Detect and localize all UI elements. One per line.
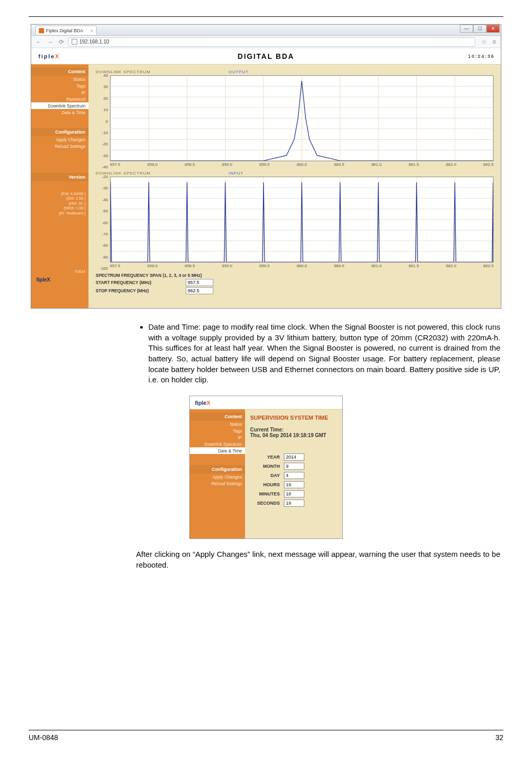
chart-input-yaxis: -20-30-40-50-60-70-80-90-100 [96,177,109,268]
sidebar-item-reload[interactable]: Reload Settings [190,480,245,487]
close-icon[interactable]: × [91,28,93,33]
freq-span-label: SPECTRUM FREQUENCY SPAN (1, 2, 3, 4 or 5… [96,273,202,278]
browser-titlebar: Fiplex Digital BDA × — ☐ ✕ [31,25,501,36]
minimize-button[interactable]: — [460,25,473,33]
current-time-label: Current Time: [250,427,337,432]
header-clock: 10:24:36 [468,54,495,59]
sidebar-item-ip[interactable]: IP [190,434,245,441]
page-footer: UM-0848 32 [29,730,503,742]
time-field-label: DAY [250,473,280,478]
time-field-input-seconds[interactable] [284,500,304,507]
after-paragraph: After clicking on “Apply Changes” link, … [136,549,500,570]
reload-icon[interactable]: ⟳ [57,37,66,47]
sidebar-item-status[interactable]: Status [31,76,88,82]
time-field-input-hours[interactable] [284,481,304,488]
time-field-label: SECONDS [250,501,280,506]
sidebar-item-ip[interactable]: IP [31,89,88,96]
app-header: fipleX DIGITAL BDA 10:24:36 [31,48,501,64]
chart-label-output-left: DOWNLINK SPECTRUM [96,70,229,74]
sidebar-item-apply[interactable]: Apply Changes [190,473,245,480]
bookmark-icon[interactable]: ☆ [480,38,487,46]
sidebar-item-password[interactable]: Password [31,96,88,102]
browser-toolbar: ← → ⟳ 192.168.1.10 ☆ ≡ [31,36,501,48]
sidebar-head-content: Content [31,68,88,76]
sidebar-item-date-time[interactable]: Date & Time [190,447,245,454]
chart-label-output: OUTPUT [229,70,249,74]
address-bar[interactable]: 192.168.1.10 [68,37,475,47]
chart-input-xaxis: 857.5858.0858.5859.0859.5860.0860.5861.0… [110,263,494,268]
chart-output-xaxis: 857.5858.0858.5859.0859.5860.0860.5861.0… [110,161,494,167]
sidebar-item-tags[interactable]: Tags [190,427,245,434]
spectrum-browser-screenshot: Fiplex Digital BDA × — ☐ ✕ ← → ⟳ 192.168… [31,24,501,309]
sidebar-copyright: ©2014 [75,270,85,273]
sidebar-head-content: Content [190,413,245,421]
close-button[interactable]: ✕ [486,25,500,33]
sidebar-item-status[interactable]: Status [190,421,245,427]
spectrum-frequency-form: SPECTRUM FREQUENCY SPAN (1, 2, 3, 4 or 5… [96,272,494,295]
time-field-input-year[interactable] [284,453,304,461]
time-field-input-month[interactable] [284,463,304,470]
time-field-input-day[interactable] [284,472,304,479]
time-field-input-minutes[interactable] [284,490,304,497]
sidebar-head-config: Configuration [190,465,245,473]
sidebar-head-config: Configuration [31,128,88,136]
datetime-screenshot: fipleX Content Status Tags IP Downlink S… [189,396,343,539]
spectrum-content: DOWNLINK SPECTRUM OUTPUT 403020100-10-20… [88,64,501,308]
chart-label-input-left: DOWNLINK SPECTRUM [96,171,229,176]
page-icon [72,39,77,45]
sidebar-item-reload[interactable]: Reload Settings [31,143,88,149]
chart-output-plot [110,76,493,161]
fiplex-logo: fipleX [190,396,342,409]
url-text: 192.168.1.10 [79,39,109,45]
current-time-value: Thu, 04 Sep 2014 19:18:19 GMT [250,432,337,438]
sidebar-item-tags[interactable]: Tags [31,82,88,89]
forward-icon[interactable]: → [46,37,55,47]
stop-freq-label: STOP FREQUENCY (MHz) [96,288,183,293]
time-field-label: YEAR [250,454,280,460]
browser-tab[interactable]: Fiplex Digital BDA × [35,26,97,35]
maximize-button[interactable]: ☐ [473,25,486,33]
app-title: DIGITAL BDA [238,52,295,60]
chart-input-plot [110,177,493,262]
fiplex-logo: fipleX [38,53,60,59]
time-field-label: MINUTES [250,491,280,496]
bullet-date-time: Date and Time: page to modify real time … [148,322,500,385]
body-paragraph: Date and Time: page to modify real time … [136,322,500,385]
sidebar-version-text: [FW: 4.04/06 ] [SW: 2.00 ] [HW: 3C ] [WE… [31,191,88,215]
back-icon[interactable]: ← [34,37,43,47]
time-field-label: MONTH [250,464,280,469]
sidebar-item-apply[interactable]: Apply Changes [31,136,88,143]
chart-label-input: INPUT [229,171,243,176]
sidebar-item-date-time[interactable]: Date & Time [31,109,88,116]
sidebar-item-downlink-spectrum[interactable]: Downlink Spectrum [31,102,88,109]
start-freq-label: START FREQUENCY (MHz) [96,280,183,285]
sidebar: Content Status Tags IP Password Downlink… [31,64,88,308]
tab-title: Fiplex Digital BDA [46,28,83,33]
sidebar-head-version: Version [31,173,88,181]
sidebar-item-dlspec[interactable]: Downlink Spectrum [190,441,245,447]
footer-doc-id: UM-0848 [29,733,58,742]
favicon-icon [39,28,44,33]
supervision-title: SUPERVISION SYSTEM TIME [250,415,337,421]
sidebar-logo: fipleX [36,277,50,283]
chart-output-yaxis: 403020100-10-20-30-40 [96,75,109,167]
time-field-label: HOURS [250,482,280,487]
footer-page-num: 32 [495,733,503,742]
menu-icon[interactable]: ≡ [491,38,498,46]
stop-freq-input[interactable] [186,287,213,294]
start-freq-input[interactable] [186,279,213,286]
